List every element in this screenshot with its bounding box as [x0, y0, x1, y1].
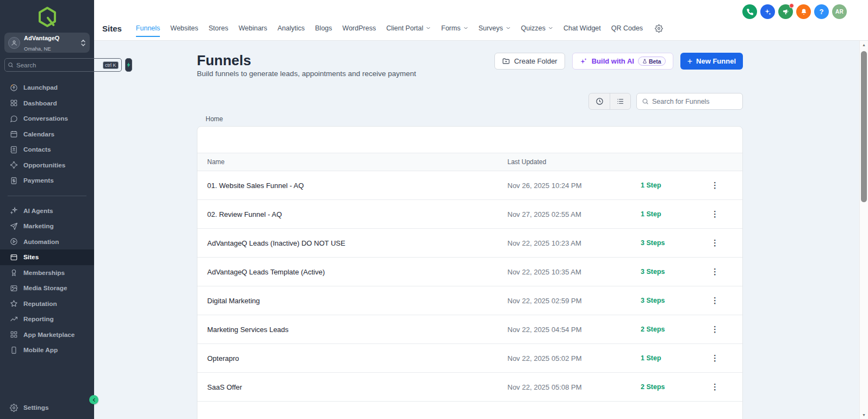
phone-button[interactable]: [742, 4, 757, 19]
funnel-steps-link[interactable]: 3 Steps: [641, 239, 710, 247]
funnel-search[interactable]: [636, 93, 743, 110]
kebab-menu-button[interactable]: ⋮: [710, 267, 720, 277]
sidebar-item-opportunities[interactable]: Opportunities: [0, 158, 94, 173]
kebab-menu-button[interactable]: ⋮: [710, 353, 720, 363]
sidebar-item-label: Marketing: [23, 222, 54, 230]
sidebar-item-label: Launchpad: [23, 84, 58, 91]
funnel-steps-link[interactable]: 2 Steps: [641, 383, 710, 391]
funnel-steps-link[interactable]: 1 Step: [641, 354, 710, 362]
tab-quizzes[interactable]: Quizzes: [521, 20, 553, 37]
tab-wordpress[interactable]: WordPress: [343, 20, 376, 37]
tab-client-portal[interactable]: Client Portal: [386, 20, 431, 37]
grid-icon: [10, 99, 18, 107]
tab-surveys[interactable]: Surveys: [479, 20, 511, 37]
quick-actions-button[interactable]: [125, 58, 132, 72]
sidebar-search-input[interactable]: [16, 62, 100, 68]
user-avatar[interactable]: AR: [832, 4, 847, 19]
sites-settings-button[interactable]: [655, 24, 663, 33]
tab-stores[interactable]: Stores: [209, 20, 228, 37]
new-funnel-button[interactable]: + New Funnel: [680, 53, 743, 70]
funnel-name-link[interactable]: AdVantageQ Leads Template (Active): [197, 268, 507, 276]
phone-icon: [746, 8, 754, 16]
funnel-steps-link[interactable]: 2 Steps: [641, 326, 710, 333]
sidebar-item-memberships[interactable]: Memberships: [0, 265, 94, 281]
help-button[interactable]: ?: [814, 4, 829, 19]
scrollbar-down-arrow[interactable]: ▼: [860, 413, 868, 417]
sidebar-divider: [8, 196, 86, 196]
table-row[interactable]: 01. Website Sales Funnel - AQ Nov 26, 20…: [197, 171, 742, 200]
funnel-name-link[interactable]: SaaS Offer: [197, 383, 507, 391]
table-row[interactable]: Marketing Services Leads Nov 22, 2025 04…: [197, 315, 742, 344]
sidebar-item-marketing[interactable]: Marketing: [0, 218, 94, 234]
scrollbar-up-arrow[interactable]: ▲: [860, 43, 868, 47]
funnel-search-input[interactable]: [652, 98, 737, 105]
sidebar-item-automation[interactable]: Automation: [0, 234, 94, 250]
tab-webinars[interactable]: Webinars: [239, 20, 268, 37]
ai-assistant-button[interactable]: [760, 4, 775, 19]
sidebar-item-label: App Marketplace: [23, 331, 75, 339]
grid-4-icon: [10, 330, 18, 339]
funnel-steps-link[interactable]: 3 Steps: [641, 268, 710, 276]
sidebar-item-settings[interactable]: Settings: [0, 400, 94, 416]
funnel-name-link[interactable]: Opterapro: [197, 354, 507, 362]
sidebar-item-calendars[interactable]: Calendars: [0, 127, 94, 142]
funnel-last-updated: Nov 22, 2025 02:59 PM: [507, 297, 641, 305]
tab-analytics[interactable]: Analytics: [277, 20, 305, 37]
kebab-menu-button[interactable]: ⋮: [710, 209, 720, 219]
kebab-menu-button[interactable]: ⋮: [710, 296, 720, 305]
funnel-steps-link[interactable]: 1 Step: [641, 182, 710, 189]
kebab-menu-button[interactable]: ⋮: [710, 324, 720, 334]
sidebar-item-label: Automation: [23, 238, 59, 246]
tab-chat-widget[interactable]: Chat Widget: [563, 20, 601, 37]
funnel-name-link[interactable]: Digital Marketing: [197, 297, 507, 305]
sidebar-item-app-marketplace[interactable]: App Marketplace: [0, 327, 94, 343]
list-view-button[interactable]: [610, 93, 630, 109]
funnel-name-link[interactable]: AdVantageQ Leads (Inactive) DO NOT USE: [197, 239, 507, 247]
account-switcher[interactable]: AdVantageQ Omaha, NE: [4, 33, 90, 53]
kebab-menu-button[interactable]: ⋮: [710, 238, 720, 248]
tab-funnels[interactable]: Funnels: [136, 20, 160, 37]
clock-icon: [596, 97, 604, 105]
table-row[interactable]: 02. Review Funnel - AQ Nov 27, 2025 02:5…: [197, 200, 742, 229]
breadcrumb[interactable]: Home: [206, 115, 223, 123]
tab-qr-codes[interactable]: QR Codes: [611, 20, 643, 37]
sidebar-item-ai-agents[interactable]: AI Agents: [0, 203, 94, 219]
recents-view-button[interactable]: [589, 93, 610, 109]
announcements-button[interactable]: [778, 4, 793, 19]
scrollbar-thumb[interactable]: [861, 51, 867, 202]
funnel-name-link[interactable]: 01. Website Sales Funnel - AQ: [197, 182, 507, 190]
sidebar-item-mobile-app[interactable]: Mobile App: [0, 342, 94, 358]
tab-blogs[interactable]: Blogs: [315, 20, 332, 37]
sidebar-item-dashboard[interactable]: Dashboard: [0, 96, 94, 111]
table-row[interactable]: AdVantageQ Leads (Inactive) DO NOT USE N…: [197, 229, 742, 258]
sidebar-item-reputation[interactable]: Reputation: [0, 296, 94, 312]
build-with-ai-button[interactable]: Build with AI Beta: [572, 53, 673, 70]
table-row[interactable]: Digital Marketing Nov 22, 2025 02:59 PM …: [197, 286, 742, 315]
play-circle-icon: [10, 237, 18, 246]
create-folder-button[interactable]: Create Folder: [494, 53, 565, 70]
table-row[interactable]: AdVantageQ Leads Template (Active) Nov 2…: [197, 258, 742, 286]
sidebar-item-sites[interactable]: Sites: [0, 249, 94, 265]
funnel-steps-link[interactable]: 1 Step: [641, 210, 710, 218]
funnel-last-updated: Nov 22, 2025 10:35 AM: [507, 268, 641, 276]
sidebar-item-payments[interactable]: Payments: [0, 173, 94, 189]
sidebar-item-media-storage[interactable]: Media Storage: [0, 280, 94, 296]
sidebar-collapse-button[interactable]: [89, 395, 98, 404]
funnel-name-link[interactable]: 02. Review Funnel - AQ: [197, 210, 507, 218]
table-row[interactable]: SaaS Offer Nov 22, 2025 05:08 PM 2 Steps…: [197, 373, 742, 402]
sidebar-search[interactable]: ctrl K: [4, 58, 122, 72]
sidebar-item-reporting[interactable]: Reporting: [0, 311, 94, 327]
tab-websites[interactable]: Websites: [170, 20, 198, 37]
star-icon: [10, 299, 18, 308]
notifications-button[interactable]: [796, 4, 811, 19]
funnel-name-link[interactable]: Marketing Services Leads: [197, 326, 507, 334]
sidebar-item-conversations[interactable]: Conversations: [0, 111, 94, 127]
funnel-steps-link[interactable]: 3 Steps: [641, 297, 710, 304]
table-row[interactable]: Opterapro Nov 22, 2025 05:02 PM 1 Step ⋮: [197, 344, 742, 373]
kebab-menu-button[interactable]: ⋮: [710, 382, 720, 392]
sidebar-item-contacts[interactable]: Contacts: [0, 142, 94, 158]
tab-forms[interactable]: Forms: [441, 20, 468, 37]
sidebar-item-launchpad[interactable]: Launchpad: [0, 80, 94, 96]
tab-label: Stores: [209, 24, 228, 32]
kebab-menu-button[interactable]: ⋮: [710, 180, 720, 190]
